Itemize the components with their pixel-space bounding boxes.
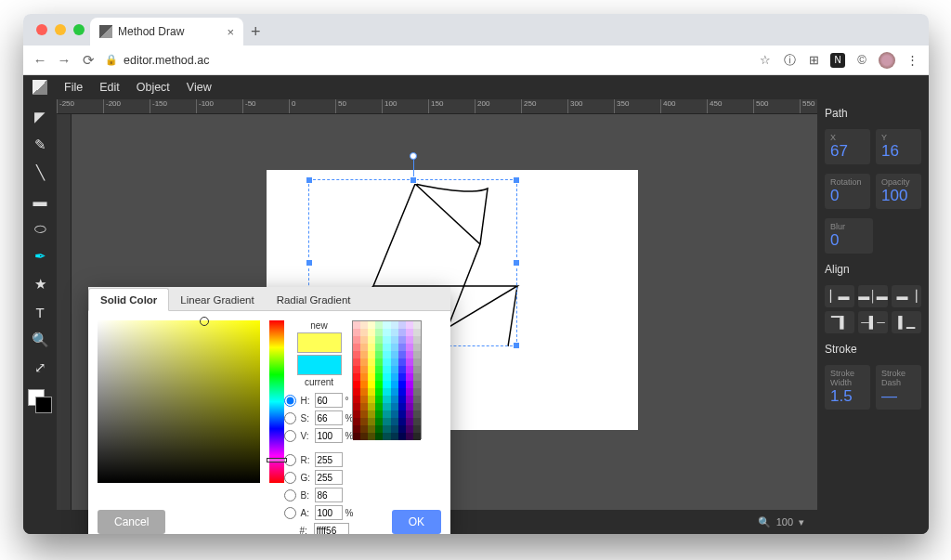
align-center-v[interactable]: ─▌─ <box>858 311 888 333</box>
stroke-title: Stroke <box>825 343 921 356</box>
minimize-window-button[interactable] <box>55 24 66 35</box>
prop-blur[interactable]: Blur0 <box>825 218 873 254</box>
ruler-vertical <box>57 114 72 510</box>
ruler-horizontal: -250-200-150-100-50050100150200250300350… <box>57 99 817 114</box>
sat-val-panel[interactable] <box>98 320 260 483</box>
h-input[interactable] <box>315 393 343 408</box>
profile-avatar[interactable] <box>879 52 895 69</box>
zoom-level[interactable]: 100 <box>776 516 793 527</box>
align-center-h[interactable]: ▬│▬ <box>858 285 888 307</box>
prop-opacity[interactable]: Opacity100 <box>876 174 921 209</box>
tool-zoom[interactable]: 🔍 <box>27 328 53 352</box>
puzzle-icon[interactable]: ⊞ <box>806 53 821 68</box>
hue-bar[interactable] <box>269 320 284 483</box>
favicon-icon <box>99 25 112 38</box>
picker-tabs: Solid Color Linear Gradient Radial Gradi… <box>88 287 450 311</box>
notion-ext-icon[interactable]: N <box>830 53 845 68</box>
tool-ellipse[interactable]: ⬭ <box>27 216 53 241</box>
back-button[interactable]: ← <box>33 52 47 68</box>
chevron-down-icon[interactable]: ▾ <box>799 516 804 528</box>
panel-title: Path <box>825 107 921 120</box>
menu-file[interactable]: File <box>64 81 83 94</box>
new-label: new <box>310 320 327 331</box>
current-color-preview <box>297 355 342 375</box>
stroke-width[interactable]: Stroke Width1.5 <box>825 365 870 410</box>
url-text: editor.method.ac <box>124 54 209 67</box>
color-picker-dialog: Solid Color Linear Gradient Radial Gradi… <box>88 287 450 534</box>
tool-bar: ◤✎╲▬⬭✒★T🔍⤢ <box>23 99 57 534</box>
tab-solid-color[interactable]: Solid Color <box>88 288 169 311</box>
address-bar-row: ← → ⟳ 🔒 editor.method.ac ☆ ⓘ ⊞ N © ⋮ <box>23 46 929 75</box>
stroke-dash[interactable]: Stroke Dash— <box>876 365 921 410</box>
tab-strip: Method Draw × + <box>23 14 929 46</box>
v-radio[interactable] <box>284 430 296 442</box>
tab-radial-gradient[interactable]: Radial Gradient <box>266 289 362 310</box>
lock-icon: 🔒 <box>105 54 118 66</box>
forward-button[interactable]: → <box>57 52 72 68</box>
fill-stroke-swatch[interactable] <box>28 389 52 413</box>
b-radio[interactable] <box>284 489 296 501</box>
prop-y[interactable]: Y16 <box>876 129 921 164</box>
app-logo-icon <box>33 80 47 95</box>
s-input[interactable] <box>315 410 343 425</box>
b-input[interactable] <box>315 488 343 502</box>
sv-cursor[interactable] <box>200 317 209 326</box>
reload-button[interactable]: ⟳ <box>81 52 96 69</box>
tool-line[interactable]: ╲ <box>27 161 53 185</box>
ok-button[interactable]: OK <box>392 510 441 534</box>
new-tab-button[interactable]: + <box>251 22 261 46</box>
app-root: File Edit Object View -250-200-150-100-5… <box>23 75 929 534</box>
align-top[interactable]: ▔▌ <box>825 311 854 333</box>
tool-pencil[interactable]: ✎ <box>27 133 53 157</box>
prop-x[interactable]: X67 <box>825 129 870 164</box>
address-bar[interactable]: 🔒 editor.method.ac <box>105 54 749 67</box>
menu-view[interactable]: View <box>187 81 212 94</box>
new-color-preview <box>297 332 342 353</box>
cancel-button[interactable]: Cancel <box>98 510 165 534</box>
extension-icons: ☆ ⓘ ⊞ N © ⋮ <box>758 52 919 69</box>
hue-caret[interactable] <box>267 458 287 462</box>
tool-eyedropper[interactable]: ⤢ <box>27 356 53 380</box>
tool-rect[interactable]: ▬ <box>27 189 53 213</box>
menu-edit[interactable]: Edit <box>99 81 120 94</box>
properties-panel: Path X67 Y16 Rotation0 Opacity100 Blur0 … <box>817 99 929 534</box>
tool-select[interactable]: ◤ <box>27 105 53 129</box>
align-bottom[interactable]: ▌▁ <box>892 311 921 333</box>
swatch-grid[interactable] <box>352 320 422 439</box>
g-radio[interactable] <box>284 472 296 484</box>
g-input[interactable] <box>315 470 343 485</box>
tab-title: Method Draw <box>118 25 184 38</box>
v-input[interactable] <box>315 428 343 443</box>
zoom-icon[interactable]: 🔍 <box>758 516 771 528</box>
menu-object[interactable]: Object <box>137 81 170 94</box>
menu-icon[interactable]: ⋮ <box>905 53 919 68</box>
browser-tab[interactable]: Method Draw × <box>90 18 243 46</box>
align-left[interactable]: ▏▬ <box>825 285 854 307</box>
tool-text[interactable]: T <box>27 300 53 324</box>
tool-path[interactable]: ✒ <box>27 244 53 268</box>
maximize-window-button[interactable] <box>73 24 85 35</box>
menu-bar: File Edit Object View <box>23 75 929 99</box>
window-controls <box>36 24 85 35</box>
browser-window: Method Draw × + ← → ⟳ 🔒 editor.method.ac… <box>23 14 929 534</box>
info-icon[interactable]: ⓘ <box>782 53 797 68</box>
close-window-button[interactable] <box>36 24 47 35</box>
close-tab-button[interactable]: × <box>227 25 234 39</box>
tab-linear-gradient[interactable]: Linear Gradient <box>169 289 265 310</box>
current-label: current <box>305 377 333 387</box>
r-input[interactable] <box>315 452 343 467</box>
align-title: Align <box>825 263 921 276</box>
star-icon[interactable]: ☆ <box>758 53 773 68</box>
align-right[interactable]: ▬▕ <box>892 285 921 307</box>
c-ext-icon[interactable]: © <box>854 53 869 68</box>
h-radio[interactable] <box>284 395 296 407</box>
s-radio[interactable] <box>284 412 296 424</box>
prop-rotation[interactable]: Rotation0 <box>825 174 870 209</box>
tool-star[interactable]: ★ <box>27 272 53 296</box>
